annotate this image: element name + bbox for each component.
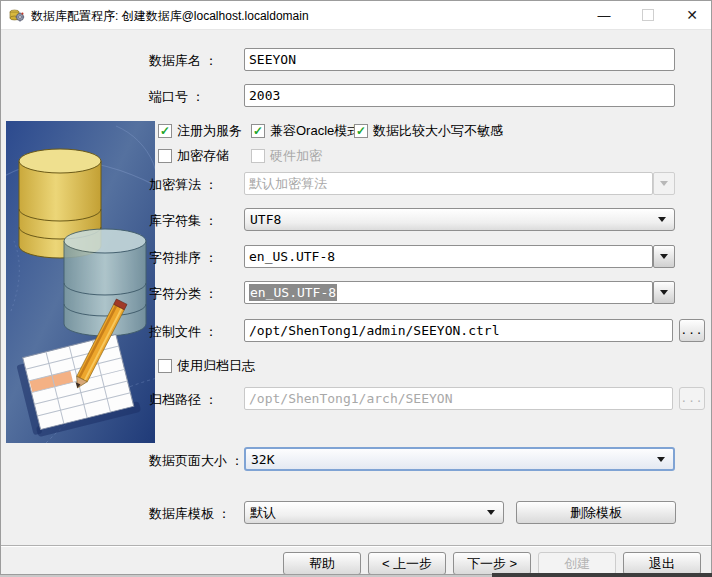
titlebar[interactable]: 数据库配置程序: 创建数据库@localhost.localdomain — ✕ xyxy=(1,1,711,30)
maximize-icon xyxy=(642,9,654,21)
checkbox-unchecked-icon xyxy=(158,359,172,373)
collate-value: en_US.UTF-8 xyxy=(249,249,335,264)
prev-step-label: < 上一步 xyxy=(382,555,432,573)
help-label: 帮助 xyxy=(309,555,335,573)
template-combo[interactable]: 默认 xyxy=(244,501,504,524)
template-label: 数据库模板 ： xyxy=(149,505,231,523)
delete-template-label: 删除模板 xyxy=(570,504,622,522)
checkbox-register-service[interactable]: 注册为服务 xyxy=(158,122,242,140)
collate-label: 字符排序 ： xyxy=(149,249,218,267)
separator xyxy=(1,545,711,547)
checkbox-label: 数据比较大小写不敏感 xyxy=(373,122,503,140)
encrypt-algo-label: 加密算法 ： xyxy=(149,176,218,194)
prev-step-button[interactable]: < 上一步 xyxy=(368,552,446,575)
encrypt-algo-combo: 默认加密算法 xyxy=(244,172,653,195)
delete-template-button[interactable]: 删除模板 xyxy=(516,501,676,524)
checkbox-case-insensitive[interactable]: 数据比较大小写不敏感 xyxy=(354,122,503,140)
exit-label: 退出 xyxy=(649,555,675,573)
encrypt-algo-dropdown-button xyxy=(653,172,675,195)
next-step-label: 下一步 > xyxy=(467,555,517,573)
checkbox-label: 兼容Oracle模式 xyxy=(270,122,360,140)
ctype-dropdown-button[interactable] xyxy=(653,281,675,304)
charset-combo[interactable]: UTF8 xyxy=(244,208,675,231)
dropdown-arrow-icon xyxy=(487,510,495,515)
checkbox-label: 使用归档日志 xyxy=(177,357,255,375)
page-size-combo[interactable]: 32K xyxy=(244,447,675,471)
help-button[interactable]: 帮助 xyxy=(283,552,361,575)
ellipsis-icon: ... xyxy=(681,324,704,337)
checkbox-hardware-encrypt: 硬件加密 xyxy=(251,147,322,165)
charset-label: 库字符集 ： xyxy=(149,212,218,230)
database-illustration-image xyxy=(6,121,155,443)
ctype-value-selected: en_US.UTF-8 xyxy=(249,284,337,301)
archive-path-label: 归档路径 ： xyxy=(149,391,218,409)
close-icon: ✕ xyxy=(686,7,698,23)
checkbox-label: 硬件加密 xyxy=(270,147,322,165)
checkbox-label: 加密存储 xyxy=(177,147,229,165)
checkbox-oracle-mode[interactable]: 兼容Oracle模式 xyxy=(251,122,360,140)
checkbox-archive-log[interactable]: 使用归档日志 xyxy=(158,357,255,375)
charset-value: UTF8 xyxy=(250,212,281,227)
db-name-label: 数据库名 ： xyxy=(149,52,218,70)
dialog-window: 数据库配置程序: 创建数据库@localhost.localdomain — ✕ xyxy=(0,0,712,575)
checkbox-unchecked-icon xyxy=(251,149,265,163)
page-size-label: 数据页面大小 ： xyxy=(149,452,244,470)
dropdown-arrow-icon xyxy=(660,181,668,186)
maximize-button xyxy=(627,1,669,29)
checkbox-checked-icon xyxy=(158,124,172,138)
ctype-label: 字符分类 ： xyxy=(149,285,218,303)
control-file-input[interactable] xyxy=(244,319,673,342)
encrypt-algo-value: 默认加密算法 xyxy=(249,175,327,193)
control-file-browse-button[interactable]: ... xyxy=(679,319,705,342)
minimize-icon: — xyxy=(598,8,611,23)
dropdown-arrow-icon xyxy=(660,290,668,295)
exit-button[interactable]: 退出 xyxy=(623,552,701,575)
port-label: 端口号 ： xyxy=(149,88,205,106)
minimize-button[interactable]: — xyxy=(583,1,625,29)
dropdown-arrow-icon xyxy=(657,457,665,462)
background-taskbar-sliver xyxy=(492,573,712,577)
close-button[interactable]: ✕ xyxy=(671,1,712,29)
checkbox-unchecked-icon xyxy=(158,149,172,163)
collate-dropdown-button[interactable] xyxy=(653,245,675,268)
ellipsis-icon: ... xyxy=(681,392,704,405)
archive-path-browse-button: ... xyxy=(679,387,705,410)
port-input[interactable] xyxy=(244,84,675,107)
page-size-value: 32K xyxy=(251,452,274,467)
create-label: 创建 xyxy=(564,555,590,573)
dropdown-arrow-icon xyxy=(658,217,666,222)
checkbox-checked-icon xyxy=(354,124,368,138)
db-name-input[interactable] xyxy=(244,48,675,71)
control-file-label: 控制文件 ： xyxy=(149,323,218,341)
app-icon xyxy=(9,7,25,23)
next-step-button[interactable]: 下一步 > xyxy=(453,552,531,575)
collate-combo[interactable]: en_US.UTF-8 xyxy=(244,245,653,268)
window-title: 数据库配置程序: 创建数据库@localhost.localdomain xyxy=(31,8,309,25)
archive-path-input xyxy=(244,387,673,410)
ctype-combo[interactable]: en_US.UTF-8 xyxy=(244,281,653,304)
template-value: 默认 xyxy=(250,504,276,522)
checkbox-checked-icon xyxy=(251,124,265,138)
dropdown-arrow-icon xyxy=(660,254,668,259)
create-button: 创建 xyxy=(538,552,616,575)
checkbox-label: 注册为服务 xyxy=(177,122,242,140)
checkbox-encrypted-storage[interactable]: 加密存储 xyxy=(158,147,229,165)
